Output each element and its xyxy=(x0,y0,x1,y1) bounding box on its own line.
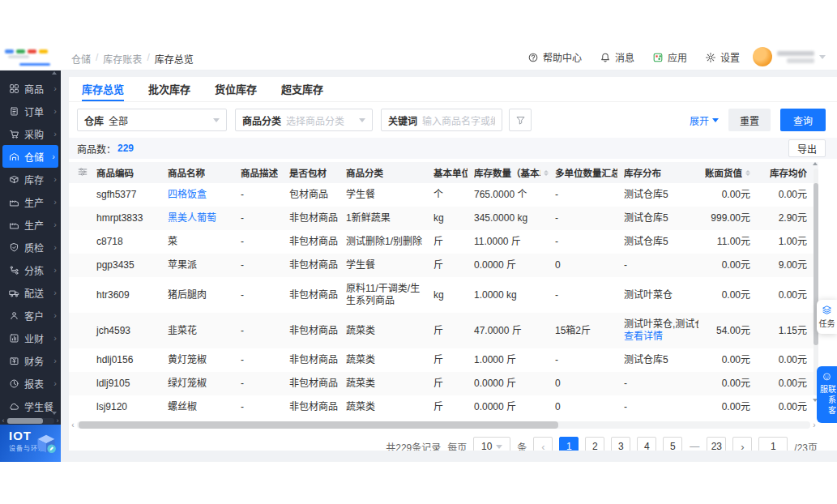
export-button[interactable]: 导出 xyxy=(788,139,826,157)
row-select-cell xyxy=(69,348,93,372)
cell-qty: 1.0000 斤 xyxy=(471,348,552,372)
scroll-right-icon[interactable]: › xyxy=(54,417,61,425)
sidebar-item[interactable]: 分拣› xyxy=(0,258,61,281)
user-menu[interactable] xyxy=(753,47,826,66)
reset-button[interactable]: 重置 xyxy=(728,109,771,131)
keyword-input[interactable]: 关键词 输入商品名字或编号搜索 xyxy=(381,109,502,131)
breadcrumb-item[interactable]: 仓储 xyxy=(71,52,91,66)
next-page-button[interactable]: › xyxy=(732,437,752,451)
sidebar-item[interactable]: 采购› xyxy=(0,122,61,145)
header-action-bell[interactable]: 消息 xyxy=(600,50,634,64)
page-jump-input[interactable]: 1 xyxy=(758,437,788,451)
cell-avg: 0.00元 xyxy=(762,277,818,313)
sidebar-item[interactable]: 业财› xyxy=(0,327,61,349)
chevron-right-icon: › xyxy=(53,198,57,207)
customer-service-widget[interactable]: 联系客服 xyxy=(817,366,837,423)
sidebar-item[interactable]: 仓储› xyxy=(2,145,58,168)
cell-pack: 包材商品 xyxy=(286,183,343,207)
header-action-gear[interactable]: 设置 xyxy=(705,50,740,64)
scrollbar-thumb[interactable] xyxy=(7,418,43,424)
scroll-left-icon[interactable]: ‹ xyxy=(0,417,6,425)
expand-toggle[interactable]: 展开 xyxy=(690,113,719,127)
column-header-unit: 基本单位 xyxy=(430,162,471,183)
sidebar-item[interactable]: 客户› xyxy=(0,304,61,327)
sidebar-item[interactable]: 商品› xyxy=(0,77,61,100)
task-widget[interactable]: 任务 xyxy=(817,300,837,334)
page-button[interactable]: 4 xyxy=(637,437,656,451)
tab-bar: 库存总览批次库存货位库存超支库存 xyxy=(69,77,837,102)
sidebar-item[interactable]: 订单› xyxy=(0,100,61,122)
breadcrumb-item[interactable]: 库存账表 xyxy=(103,52,142,66)
sidebar-item-label: 生产 xyxy=(24,218,49,232)
page-size-select[interactable]: 10 xyxy=(473,437,510,451)
prev-page-button[interactable]: ‹ xyxy=(533,437,553,451)
inventory-icon xyxy=(9,174,19,185)
scrollbar-thumb[interactable] xyxy=(79,421,558,429)
table-horizontal-scrollbar[interactable]: ‹ › xyxy=(69,421,818,429)
column-header-value[interactable]: 账面货值 xyxy=(702,162,762,183)
cell-desc: - xyxy=(237,313,286,348)
product-link[interactable]: 黑美人葡萄 xyxy=(168,212,216,224)
product-link[interactable]: 四格饭盒 xyxy=(168,189,207,200)
header-action-apps[interactable]: 应用 xyxy=(652,50,687,64)
cell-multi: 0 xyxy=(552,372,621,395)
sidebar-item[interactable]: 配送› xyxy=(0,281,61,304)
sidebar-item[interactable]: 生产› xyxy=(0,213,61,236)
chevron-right-icon: › xyxy=(53,266,57,275)
cell-unit: kg xyxy=(430,277,471,313)
advanced-filter-button[interactable] xyxy=(509,109,532,131)
production-icon xyxy=(9,220,19,230)
column-header-qty[interactable]: 库存数量（基本单位） xyxy=(471,162,552,183)
tab[interactable]: 超支库存 xyxy=(281,77,323,101)
page-button[interactable]: 5 xyxy=(663,437,682,451)
breadcrumb: 仓储/库存账表/库存总览 xyxy=(71,52,194,66)
cell-cat: 蔬菜类 xyxy=(343,395,430,419)
search-button[interactable]: 查询 xyxy=(780,109,826,131)
scrollbar-track[interactable] xyxy=(77,421,810,429)
page-button[interactable]: 23 xyxy=(707,437,726,451)
logo-bar xyxy=(28,49,36,53)
cell-dist: 测试仓库5 xyxy=(621,207,702,230)
table-row: htr3609猪后腿肉-非包材商品原料11/干调类/生生系列商品kg1.0000… xyxy=(69,277,818,313)
warehouse-select[interactable]: 仓库 全部 xyxy=(77,109,227,131)
tab[interactable]: 库存总览 xyxy=(82,77,124,101)
scrollbar-track[interactable] xyxy=(6,418,54,424)
cell-value: 0.00元 xyxy=(702,277,762,313)
cell-unit: 斤 xyxy=(430,395,471,419)
sidebar-item[interactable]: 报表› xyxy=(0,372,61,395)
expand-label: 展开 xyxy=(690,113,709,127)
cell-desc: - xyxy=(237,395,286,419)
scroll-up-icon[interactable] xyxy=(813,162,818,165)
column-settings-header[interactable] xyxy=(69,162,93,183)
tab[interactable]: 货位库存 xyxy=(215,77,257,101)
sidebar-item[interactable]: 质检› xyxy=(0,236,61,258)
header-action-help[interactable]: 帮助中心 xyxy=(527,50,582,64)
column-header-code: 商品编码 xyxy=(93,162,164,183)
avatar[interactable] xyxy=(753,47,772,66)
page-button[interactable]: 2 xyxy=(585,437,604,451)
tab[interactable]: 批次库存 xyxy=(148,77,190,101)
cell-pack: 非包材商品 xyxy=(286,230,343,254)
sidebar-horizontal-scrollbar[interactable]: ‹ › xyxy=(0,416,61,425)
cell-value: 0.00元 xyxy=(702,395,762,419)
table-vertical-scrollbar[interactable] xyxy=(813,162,819,402)
page-button[interactable]: 3 xyxy=(611,437,630,451)
view-detail-link[interactable]: 查看详情 xyxy=(624,331,698,343)
page-button[interactable]: 1 xyxy=(559,437,579,451)
scroll-left-icon[interactable]: ‹ xyxy=(69,421,77,429)
sort-icon[interactable] xyxy=(745,170,750,176)
cell-qty: 765.0000 个 xyxy=(471,183,552,207)
sidebar-scroll-up-icon[interactable] xyxy=(52,71,57,75)
category-select[interactable]: 商品分类 选择商品分类 xyxy=(235,109,373,131)
column-header-pack: 是否包材 xyxy=(286,162,343,183)
sidebar-scroll-down-icon[interactable] xyxy=(52,412,57,415)
logo-color-bars xyxy=(5,47,57,53)
smiley-icon xyxy=(822,372,832,382)
iot-banner[interactable]: IOT 设备与环境 xyxy=(0,425,61,462)
sidebar-item[interactable]: 财务› xyxy=(0,349,61,372)
sort-icon[interactable] xyxy=(544,170,549,176)
scroll-right-icon[interactable]: › xyxy=(810,421,818,429)
bell-icon xyxy=(600,52,611,63)
sidebar-item[interactable]: 生产› xyxy=(0,190,61,213)
sidebar-item[interactable]: 库存› xyxy=(0,168,61,190)
